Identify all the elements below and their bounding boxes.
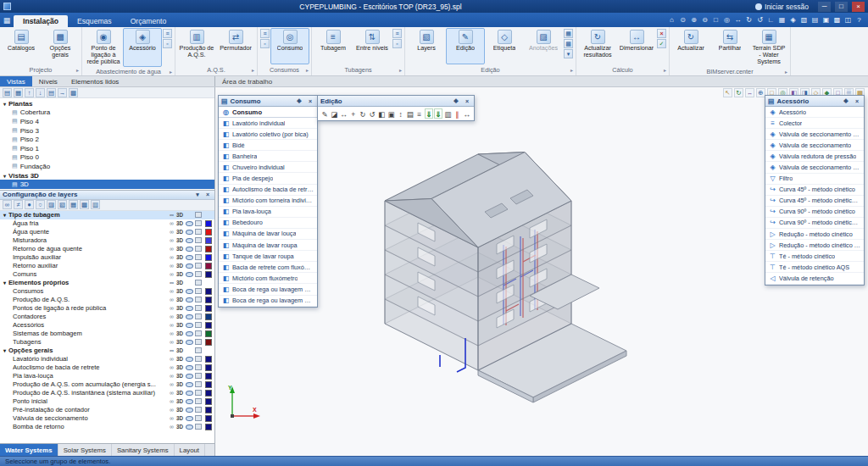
unlink-icon[interactable]: ≠: [14, 200, 23, 209]
help-icon[interactable]: ?: [854, 15, 864, 25]
accessory-list-icon[interactable]: ≡: [163, 29, 172, 38]
ribbon-button[interactable]: ▦Terrain SDP - Water Systems: [749, 28, 788, 67]
group-icon[interactable]: ▤: [406, 108, 415, 119]
3d-badge[interactable]: 3D: [176, 322, 183, 328]
close-icon[interactable]: ×: [852, 2, 865, 12]
print-toggle-icon[interactable]: [195, 322, 202, 328]
acessorio-item[interactable]: ⊤ Té - método cinético: [765, 251, 864, 262]
link-icon[interactable]: ∞: [170, 407, 174, 413]
layer-color-swatch[interactable]: [205, 288, 212, 295]
check-calc-icon[interactable]: ✓: [657, 39, 666, 48]
ribbon-button[interactable]: ▨Anotações: [524, 28, 563, 64]
link-icon[interactable]: ∞: [170, 288, 174, 294]
tree-row[interactable]: Piso 4: [0, 117, 214, 126]
consumo-item[interactable]: ◧ Pia lava-louça: [219, 207, 317, 218]
acessorio-item[interactable]: ↪ Curva 45º - método cinético AQS: [765, 196, 864, 207]
workspace-canvas[interactable]: ↖ ↻ ↔ ⊕ □ ◎ ◧ ◨ ◇ ◆ □ ▒: [215, 87, 868, 456]
layer-row[interactable]: Tipo de tubagem ∞ 3D: [0, 211, 214, 219]
grid-icon[interactable]: ▦: [777, 15, 787, 25]
ribbon-button[interactable]: ≡Tubagem: [314, 28, 353, 64]
group-dialog-icon[interactable]: ▸: [76, 67, 79, 73]
maximize-icon[interactable]: □: [835, 2, 848, 12]
left-panel-tab[interactable]: Elementos lidos: [64, 76, 125, 86]
edit-fill-icon[interactable]: ▩: [564, 39, 573, 48]
ribbon-button[interactable]: ◉Ponto de ligação à rede pública: [84, 28, 123, 67]
close-icon[interactable]: ×: [853, 98, 861, 104]
minimize-icon[interactable]: ─: [818, 2, 831, 12]
print-toggle-icon[interactable]: [195, 330, 202, 336]
print-toggle-icon[interactable]: [195, 237, 202, 243]
tree-row[interactable]: Piso 0: [0, 153, 214, 163]
layer-row[interactable]: Autoclismo de bacia de retrete ∞ 3D: [0, 363, 214, 372]
print-icon[interactable]: ▤: [47, 88, 56, 97]
link-icon[interactable]: ∞: [170, 398, 174, 404]
fill-alt-icon[interactable]: ▩: [80, 200, 89, 209]
edit-grid-icon[interactable]: ▦: [564, 29, 573, 38]
ribbon-tab[interactable]: Orçamento: [121, 15, 176, 27]
fill-icon[interactable]: ▦: [69, 200, 78, 209]
layer-row[interactable]: Lavatório individual ∞ 3D: [0, 355, 214, 363]
orbit-icon[interactable]: ↻: [734, 88, 743, 97]
ortho-icon[interactable]: ∟: [766, 15, 776, 25]
3d-badge[interactable]: 3D: [176, 297, 183, 302]
link-icon[interactable]: ∞: [170, 271, 174, 277]
ribbon-button[interactable]: ◇Etiqueta: [485, 28, 524, 64]
link-icon[interactable]: ∞: [170, 246, 174, 252]
consumo-item[interactable]: ◧ Lavatório coletivo (por bica): [219, 129, 317, 140]
layer-color-swatch[interactable]: [205, 271, 212, 278]
visibility-icon[interactable]: [186, 230, 193, 235]
3d-badge[interactable]: 3D: [176, 339, 183, 345]
close-icon[interactable]: ×: [463, 98, 471, 104]
consumo-item[interactable]: ◧ Mictório com fluxómetro: [219, 273, 317, 284]
consumo-item[interactable]: ◧ Mictório com torneira individual: [219, 196, 317, 207]
3d-badge[interactable]: 3D: [176, 220, 183, 226]
print-toggle-icon[interactable]: [195, 280, 202, 286]
link-icon[interactable]: ∞: [170, 347, 174, 353]
layer-color-swatch[interactable]: [205, 254, 212, 261]
raise-icon[interactable]: ↑: [25, 88, 34, 97]
3d-badge[interactable]: 3D: [176, 364, 183, 370]
search-icon[interactable]: ⊙: [678, 15, 687, 25]
pin-icon[interactable]: ◈: [295, 97, 303, 104]
visibility-icon[interactable]: [186, 408, 193, 413]
consumo-item[interactable]: ◧ Banheira: [219, 151, 317, 162]
layer-row[interactable]: Água quente ∞ 3D: [0, 228, 214, 236]
layer-color-swatch[interactable]: [205, 415, 212, 422]
palette-alt-icon[interactable]: ▧: [58, 200, 67, 209]
copy-icon[interactable]: ▣: [387, 108, 395, 119]
layer-row[interactable]: Impulsão auxiliar ∞ 3D: [0, 253, 214, 262]
eraser-icon[interactable]: ◪: [330, 108, 338, 119]
palette-icon[interactable]: ▨: [47, 200, 56, 209]
consumo-item[interactable]: ◧ Bebedouro: [219, 218, 317, 229]
visibility-icon[interactable]: [186, 255, 193, 260]
layer-color-swatch[interactable]: [205, 373, 212, 380]
acessorio-item[interactable]: ◈ Válvula de seccionamento individual: [765, 162, 864, 173]
3d-badge[interactable]: 3D: [176, 212, 183, 218]
3d-badge[interactable]: 3D: [176, 381, 183, 387]
layer-row[interactable]: Bomba de retorno ∞ 3D: [0, 423, 214, 431]
measure-icon[interactable]: ↔: [462, 108, 471, 119]
system-tab[interactable]: Solar Systems: [58, 444, 112, 456]
tree-row[interactable]: Fundação: [0, 162, 214, 171]
split-columns-icon[interactable]: ▥: [443, 108, 452, 119]
print-toggle-icon[interactable]: [195, 212, 202, 218]
print-toggle-icon[interactable]: [195, 415, 202, 421]
layer-color-swatch[interactable]: [205, 305, 212, 312]
layer-color-swatch[interactable]: [205, 263, 212, 269]
print-toggle-icon[interactable]: [195, 347, 202, 353]
ribbon-tab[interactable]: Esquemas: [68, 15, 121, 27]
group-dialog-icon[interactable]: ▸: [252, 67, 254, 73]
layer-row[interactable]: Produção de A.Q.S. ∞ 3D: [0, 296, 214, 304]
layers-icon[interactable]: ▧: [799, 15, 809, 25]
visibility-icon[interactable]: [186, 416, 193, 421]
layer-state-icon[interactable]: ▥: [91, 200, 100, 209]
consumption-list-icon[interactable]: ≡: [260, 29, 270, 38]
3d-badge[interactable]: 3D: [176, 424, 183, 430]
print-toggle-icon[interactable]: [195, 305, 202, 311]
layer-color-swatch[interactable]: [205, 398, 212, 405]
consumo-item[interactable]: ◧ Máquina de lavar roupa: [219, 240, 317, 251]
link-icon[interactable]: ∞: [170, 381, 174, 387]
layer-row[interactable]: Pré-instalação de contador ∞ 3D: [0, 406, 214, 414]
rotate-ccw-icon[interactable]: ↺: [368, 108, 376, 119]
print-toggle-icon[interactable]: [195, 424, 202, 430]
